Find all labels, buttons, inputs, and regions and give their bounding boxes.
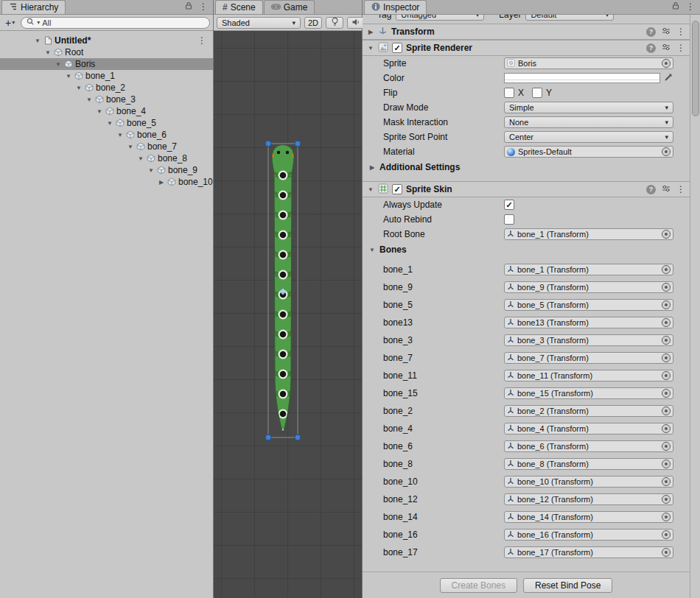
bone-object-field[interactable]: bone_14 (Transform) (504, 511, 673, 523)
2d-toggle-button[interactable]: 2D (304, 17, 322, 29)
flip-y-checkbox[interactable] (532, 88, 542, 98)
search-input[interactable] (42, 18, 204, 27)
scene-lighting-button[interactable] (326, 17, 343, 29)
object-picker-icon[interactable] (662, 389, 671, 398)
bone-object-field[interactable]: bone_12 (Transform) (504, 493, 673, 505)
bone-object-field[interactable]: bone_2 (Transform) (504, 405, 673, 417)
eyedropper-icon[interactable] (664, 72, 673, 84)
object-picker-icon[interactable] (662, 336, 671, 345)
component-menu-icon[interactable]: ⋮ (676, 44, 685, 52)
object-picker-icon[interactable] (662, 147, 671, 156)
panel-menu-icon[interactable]: ⋮ (199, 3, 208, 10)
foldout-icon[interactable]: ▼ (44, 49, 52, 56)
object-picker-icon[interactable] (662, 353, 671, 362)
boris-sprite[interactable] (256, 140, 309, 449)
hierarchy-item-bone_1[interactable]: ▼ bone_1 (0, 70, 213, 82)
bone-object-field[interactable]: bone13 (Transform) (504, 317, 673, 328)
hierarchy-item-Boris[interactable]: ▼ Boris (0, 58, 213, 70)
bone-object-field[interactable]: bone_9 (Transform) (504, 281, 673, 293)
object-picker-icon[interactable] (662, 548, 671, 557)
hierarchy-item-bone_3[interactable]: ▼ bone_3 (0, 94, 213, 105)
foldout-icon[interactable]: ▼ (34, 38, 41, 44)
tag-dropdown[interactable]: Untagged (396, 15, 484, 21)
bone-object-field[interactable]: bone_17 (Transform) (504, 546, 673, 558)
foldout-icon[interactable]: ▼ (75, 85, 83, 91)
hierarchy-item-bone_9[interactable]: ▼ bone_9 (0, 164, 213, 176)
tab-hierarchy[interactable]: Hierarchy (1, 0, 66, 14)
tab-inspector[interactable]: Inspector (364, 0, 427, 14)
sprite-renderer-component-header[interactable]: ▼ Sprite Renderer ? ⋮ (363, 40, 690, 56)
object-picker-icon[interactable] (662, 442, 671, 451)
tab-game[interactable]: Game (264, 0, 315, 14)
foldout-icon[interactable]: ▼ (368, 247, 376, 253)
scene-header-row[interactable]: ▼ Untitled* ⋮ (0, 35, 213, 46)
bone-object-field[interactable]: bone_10 (Transform) (504, 476, 673, 488)
bone-object-field[interactable]: bone_15 (Transform) (504, 387, 673, 399)
reset-bind-pose-button[interactable]: Reset Bind Pose (523, 578, 612, 593)
object-picker-icon[interactable] (662, 318, 671, 327)
foldout-icon[interactable]: ▼ (55, 61, 62, 68)
additional-settings-foldout[interactable]: ▶ Additional Settings (363, 159, 690, 175)
bone-object-field[interactable]: bone_4 (Transform) (504, 423, 673, 435)
bone-object-field[interactable]: bone_7 (Transform) (504, 352, 673, 364)
sprite-skin-component-header[interactable]: ▼ Sprite Skin ? ⋮ (363, 181, 690, 197)
panel-menu-icon[interactable]: ⋮ (686, 3, 695, 10)
object-picker-icon[interactable] (662, 477, 671, 486)
object-picker-icon[interactable] (662, 530, 671, 539)
object-picker-icon[interactable] (662, 407, 671, 415)
inspector-scrollbar[interactable] (690, 15, 700, 598)
presets-icon[interactable] (662, 27, 671, 38)
bone-object-field[interactable]: bone_3 (Transform) (504, 334, 673, 346)
component-menu-icon[interactable]: ⋮ (676, 28, 685, 35)
scrollbar-thumb[interactable] (692, 21, 699, 116)
hierarchy-search[interactable]: ▾ (21, 17, 210, 29)
hierarchy-item-bone_8[interactable]: ▼ bone_8 (0, 152, 213, 164)
hierarchy-item-bone_10[interactable]: ▶ bone_10 (0, 176, 213, 188)
material-object-field[interactable]: Sprites-Default (504, 146, 673, 158)
help-icon[interactable]: ? (646, 27, 656, 37)
hierarchy-item-bone_6[interactable]: ▼ bone_6 (0, 129, 213, 141)
component-enabled-checkbox[interactable] (392, 184, 402, 194)
sprite-object-field[interactable]: Boris (504, 57, 673, 69)
tab-scene[interactable]: # Scene (215, 0, 263, 14)
help-icon[interactable]: ? (646, 185, 656, 194)
lock-icon[interactable] (672, 1, 679, 12)
bone-object-field[interactable]: bone_8 (Transform) (504, 458, 673, 470)
object-picker-icon[interactable] (662, 59, 671, 68)
mask-interaction-dropdown[interactable]: None (504, 116, 673, 128)
shading-mode-dropdown[interactable]: Shaded (217, 17, 301, 29)
foldout-icon[interactable]: ▶ (368, 164, 376, 171)
layer-dropdown[interactable]: Default (525, 15, 614, 21)
transform-component-header[interactable]: ▶ Transform ? ⋮ (363, 24, 690, 40)
always-update-checkbox[interactable] (504, 200, 514, 210)
object-picker-icon[interactable] (662, 513, 671, 521)
presets-icon[interactable] (662, 184, 671, 195)
scene-viewport[interactable] (214, 31, 362, 598)
lock-icon[interactable] (185, 1, 192, 12)
object-picker-icon[interactable] (662, 283, 671, 292)
create-bones-button[interactable]: Create Bones (440, 578, 517, 593)
foldout-icon[interactable]: ▼ (96, 108, 103, 115)
foldout-icon[interactable]: ▼ (137, 155, 144, 162)
foldout-icon[interactable]: ▼ (106, 120, 113, 127)
foldout-icon[interactable]: ▼ (116, 132, 124, 138)
foldout-icon[interactable]: ▼ (65, 73, 72, 80)
sort-point-dropdown[interactable]: Center (504, 131, 673, 143)
hierarchy-item-bone_4[interactable]: ▼ bone_4 (0, 105, 213, 117)
bones-foldout[interactable]: ▼ Bones (363, 242, 690, 258)
flip-x-checkbox[interactable] (504, 88, 514, 98)
hierarchy-item-bone_5[interactable]: ▼ bone_5 (0, 117, 213, 129)
bone-object-field[interactable]: bone_1 (Transform) (504, 264, 673, 275)
foldout-icon[interactable]: ▼ (147, 167, 155, 174)
object-picker-icon[interactable] (662, 460, 671, 468)
foldout-icon[interactable]: ▼ (127, 144, 134, 150)
component-enabled-checkbox[interactable] (392, 43, 402, 53)
object-picker-icon[interactable] (662, 495, 671, 504)
foldout-icon[interactable]: ▼ (367, 186, 374, 193)
color-swatch-field[interactable] (504, 73, 660, 83)
component-menu-icon[interactable]: ⋮ (676, 186, 685, 193)
foldout-icon[interactable]: ▶ (158, 179, 165, 186)
create-object-button[interactable]: +▾ (3, 17, 17, 29)
foldout-icon[interactable]: ▼ (85, 96, 93, 103)
bone-object-field[interactable]: bone_6 (Transform) (504, 440, 673, 452)
